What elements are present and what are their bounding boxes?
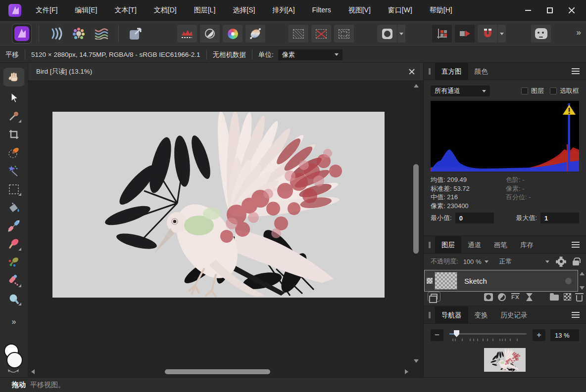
scroll-left-icon[interactable]: [31, 369, 35, 374]
scroll-right-icon[interactable]: [405, 369, 408, 374]
photo-persona-button[interactable]: [12, 24, 32, 44]
toolbar-overflow-button[interactable]: »: [577, 28, 581, 38]
tab-close-icon[interactable]: [408, 68, 415, 75]
color-swatches[interactable]: [2, 344, 25, 371]
export-persona-button[interactable]: [126, 24, 146, 44]
scroll-up-icon[interactable]: [580, 272, 585, 275]
layer-effects-button[interactable]: FX: [511, 293, 520, 301]
layer-thumbnail[interactable]: [435, 272, 457, 290]
color-picker-tool[interactable]: [5, 109, 23, 123]
auto-contrast-button[interactable]: [200, 25, 220, 43]
blend-mode-value[interactable]: 正常: [499, 257, 512, 266]
snapping-button[interactable]: [478, 25, 497, 43]
adjustment-layer-button[interactable]: [498, 293, 506, 301]
lock-icon[interactable]: [573, 261, 579, 265]
assistant-button[interactable]: [531, 25, 551, 43]
chevron-down-icon[interactable]: [485, 261, 488, 263]
more-tools-button[interactable]: »: [12, 317, 16, 326]
tone-mapping-persona-button[interactable]: [92, 24, 111, 44]
menu-document[interactable]: 文档[D]: [154, 6, 177, 15]
tab-stock[interactable]: 库存: [514, 236, 540, 254]
auto-white-balance-button[interactable]: [245, 25, 265, 43]
flood-fill-tool[interactable]: [5, 201, 23, 215]
menu-file[interactable]: 文件[F]: [36, 6, 57, 15]
menu-filters[interactable]: Filters: [312, 6, 331, 15]
new-layer-button[interactable]: [564, 293, 571, 301]
tab-layers[interactable]: 图层: [435, 236, 461, 254]
document-tab[interactable]: Bird [只读] (13.1%): [28, 63, 423, 81]
scroll-up-icon[interactable]: [414, 84, 419, 87]
horizontal-scrollbar[interactable]: [30, 368, 410, 376]
quick-mask-button[interactable]: [377, 25, 397, 43]
panel-grip-icon[interactable]: [429, 312, 431, 318]
layer-name[interactable]: Sketch: [464, 277, 487, 285]
group-layers-button[interactable]: [550, 293, 559, 301]
duplicate-layer-button[interactable]: [428, 292, 440, 302]
min-input[interactable]: [455, 213, 494, 223]
zoom-slider-thumb[interactable]: [454, 330, 459, 337]
zoom-slider-track[interactable]: [449, 333, 527, 335]
layer-visibility-toggle[interactable]: [565, 278, 572, 284]
menu-window[interactable]: 窗口[W]: [388, 6, 412, 15]
colour-replacement-brush-tool[interactable]: [5, 256, 23, 269]
panel-grip-icon[interactable]: [429, 242, 431, 248]
menu-arrange[interactable]: 排列[A]: [272, 6, 294, 15]
layer-checkbox[interactable]: [521, 87, 528, 94]
liquify-persona-button[interactable]: [46, 24, 66, 44]
snapping-dropdown[interactable]: [498, 25, 506, 43]
blend-mode-dropdown-icon[interactable]: [545, 261, 549, 263]
tab-navigator[interactable]: 导航器: [435, 306, 468, 324]
flood-select-tool[interactable]: [5, 164, 23, 178]
menu-edit[interactable]: 编辑[E]: [75, 6, 97, 15]
develop-persona-button[interactable]: [69, 24, 89, 44]
panel-menu-icon[interactable]: [572, 240, 580, 249]
fill-color-swatch[interactable]: [6, 352, 23, 368]
marquee-checkbox[interactable]: [550, 87, 557, 94]
menu-layer[interactable]: 图层[L]: [194, 6, 216, 15]
menu-text[interactable]: 文本[T]: [114, 6, 136, 15]
max-input[interactable]: [540, 213, 579, 223]
invert-selection-button[interactable]: [334, 25, 354, 43]
layer-list-scrollbar[interactable]: [578, 270, 586, 292]
menu-select[interactable]: 选择[S]: [233, 6, 255, 15]
tab-channels[interactable]: 通道: [461, 236, 488, 254]
canvas-viewport[interactable]: [28, 81, 414, 366]
pixel-move-button[interactable]: [455, 25, 475, 43]
paint-brush-tool[interactable]: [5, 237, 23, 251]
units-select[interactable]: 像素: [278, 49, 342, 60]
auto-levels-button[interactable]: [177, 25, 197, 43]
menu-view[interactable]: 视图[V]: [348, 6, 371, 15]
gradient-tool[interactable]: [5, 219, 23, 233]
blend-options-gear-icon[interactable]: [557, 258, 565, 265]
layer-row[interactable]: Sketch: [424, 270, 578, 292]
crop-tool[interactable]: [5, 128, 23, 141]
tab-brushes[interactable]: 画笔: [488, 236, 514, 254]
live-filter-button[interactable]: [526, 293, 533, 301]
vertical-scroll-thumb[interactable]: [413, 164, 419, 254]
zoom-out-button[interactable]: −: [431, 329, 443, 341]
scroll-down-icon[interactable]: [580, 286, 585, 290]
clipping-warning-icon[interactable]: [562, 104, 576, 116]
view-hand-tool[interactable]: [3, 68, 24, 87]
auto-colors-button[interactable]: [223, 25, 243, 43]
mask-layer-button[interactable]: [484, 293, 493, 301]
channel-select[interactable]: 所有通道: [431, 86, 490, 96]
minimize-icon[interactable]: [525, 7, 532, 14]
marquee-tool[interactable]: [5, 182, 23, 196]
delete-layer-button[interactable]: [576, 293, 583, 302]
vertical-scrollbar[interactable]: [412, 82, 420, 365]
zoom-in-button[interactable]: +: [533, 329, 545, 341]
zoom-slider[interactable]: [449, 329, 527, 342]
move-tool[interactable]: [5, 91, 23, 105]
close-icon[interactable]: [568, 7, 575, 14]
scroll-down-icon[interactable]: [414, 359, 419, 363]
horizontal-scroll-thumb[interactable]: [165, 369, 270, 374]
swap-colors-icon[interactable]: [7, 369, 19, 374]
tab-color[interactable]: 颜色: [468, 63, 494, 80]
panel-menu-icon[interactable]: [572, 310, 580, 319]
pixel-brush-tool[interactable]: [5, 274, 23, 288]
opacity-value[interactable]: 100 %: [463, 258, 482, 265]
deselect-button[interactable]: [311, 25, 331, 43]
navigator-preview[interactable]: [484, 348, 526, 372]
panel-grip-icon[interactable]: [429, 68, 431, 75]
